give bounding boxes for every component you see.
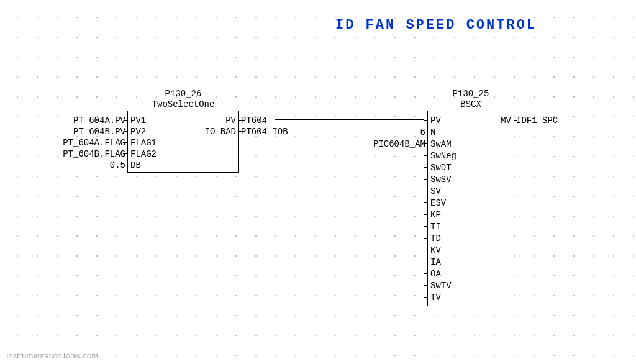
pin-swsv: SwSV bbox=[430, 175, 452, 184]
pin-kv: KV bbox=[430, 246, 441, 255]
signal-pv-out: PT604 bbox=[238, 116, 267, 125]
pin-swdt: SwDT bbox=[430, 163, 452, 172]
pin-n: N bbox=[430, 128, 435, 137]
pin-db: DB bbox=[130, 161, 141, 170]
signal-db: 0.5 bbox=[110, 161, 128, 170]
block1-header: P130_26 TwoSelectOne bbox=[128, 89, 238, 110]
signal-flag2: PT_604B.FLAG bbox=[63, 150, 128, 158]
block1-type: TwoSelectOne bbox=[128, 99, 238, 110]
signal-pv1: PT_604A.PV bbox=[73, 116, 128, 125]
pin-pv1: PV1 bbox=[130, 116, 146, 125]
block-twoselectone: P130_26 TwoSelectOne PV1 PT_604A.PV PV2 … bbox=[127, 111, 239, 173]
pin-kp: KP bbox=[430, 211, 441, 219]
pin-iobad: IO_BAD bbox=[205, 127, 236, 136]
pin-pv2: PV2 bbox=[130, 127, 146, 136]
pin-td: TD bbox=[430, 234, 441, 243]
wire-pt604 bbox=[275, 119, 424, 120]
signal-swam: PIC604B_AM bbox=[373, 140, 428, 148]
pin-flag1: FLAG1 bbox=[130, 139, 157, 147]
pin-bscx-pv: PV bbox=[430, 116, 441, 125]
pin-flag2: FLAG2 bbox=[130, 150, 157, 158]
watermark: InstrumentationTools.com bbox=[6, 351, 98, 360]
block2-type: BSCX bbox=[428, 99, 514, 110]
signal-pv2: PT_604B.PV bbox=[73, 127, 128, 136]
pin-esv: ESV bbox=[430, 199, 446, 207]
block2-header: P130_25 BSCX bbox=[428, 89, 514, 110]
signal-iobad: PT604_IOB bbox=[238, 127, 288, 136]
pin-swtv: SwTV bbox=[430, 281, 452, 290]
dot-grid-bg bbox=[0, 0, 636, 364]
pin-sv: SV bbox=[430, 187, 441, 196]
signal-mv: IDF1_SPC bbox=[514, 116, 558, 125]
pin-swneg: SwNeg bbox=[430, 152, 457, 160]
signal-n: 6 bbox=[420, 128, 428, 137]
block1-id: P130_26 bbox=[128, 89, 238, 99]
pin-tv: TV bbox=[430, 293, 441, 302]
pin-ti: TI bbox=[430, 222, 441, 231]
pin-oa: OA bbox=[430, 270, 441, 278]
pin-swam: SwAM bbox=[430, 140, 452, 148]
pin-ia: IA bbox=[430, 258, 441, 266]
block-bscx: P130_25 BSCX PV N 6 SwAM PIC604B_AM SwNe… bbox=[427, 111, 514, 306]
pin-mv: MV bbox=[501, 116, 511, 125]
block2-id: P130_25 bbox=[428, 89, 514, 99]
page-title: ID FAN SPEED CONTROL bbox=[335, 17, 537, 33]
pin-pv-out: PV bbox=[225, 116, 236, 125]
signal-flag1: PT_604A.FLAG bbox=[63, 139, 128, 147]
